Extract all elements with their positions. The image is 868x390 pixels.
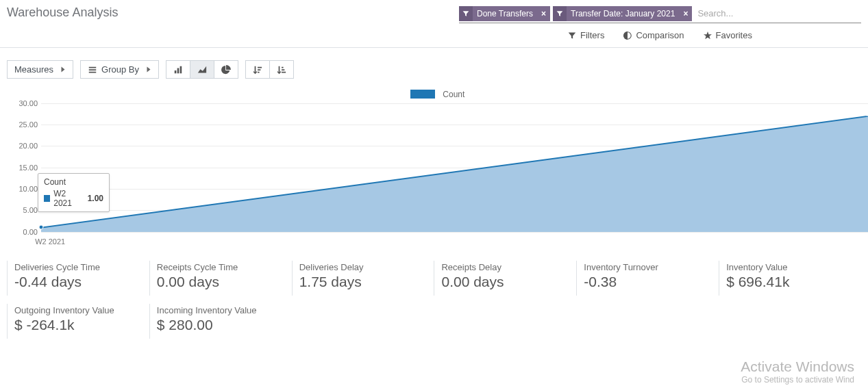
sort-asc-button[interactable] (269, 60, 294, 79)
filter-icon (568, 31, 576, 40)
search-bar[interactable]: Done Transfers × Transfer Date: January … (459, 5, 861, 23)
x-axis-tick: W2 2021 (35, 237, 65, 246)
kpi-label: Inventory Turnover (584, 262, 719, 272)
list-icon (88, 65, 97, 75)
comparison-label: Comparison (636, 30, 684, 40)
chart-type-group (166, 60, 238, 79)
tooltip-swatch (44, 195, 50, 202)
y-axis-tick: 5.00 (23, 206, 38, 214)
comparison-icon (623, 31, 632, 40)
kpi-label: Receipts Delay (441, 262, 576, 272)
facet-remove-button[interactable]: × (537, 9, 550, 18)
search-input[interactable] (695, 7, 861, 20)
sort-desc-button[interactable] (245, 60, 270, 79)
y-axis-tick: 0.00 (23, 228, 38, 236)
legend-swatch (410, 90, 435, 99)
kpi-value: $ 696.41k (726, 274, 861, 290)
sort-group (245, 60, 294, 79)
group-by-button[interactable]: Group By (80, 60, 159, 79)
kpi-tile[interactable]: Deliveries Delay1.75 days (292, 261, 434, 296)
tooltip-value: 1.00 (88, 194, 103, 203)
area-chart-icon (197, 65, 207, 75)
star-icon (704, 31, 712, 40)
kpi-value: 0.00 days (441, 274, 576, 290)
y-axis-tick: 25.00 (18, 120, 38, 129)
y-axis: 0.005.0010.0015.0020.0025.0030.00 (10, 103, 38, 232)
tooltip-category: W2 2021 (53, 189, 84, 208)
breadcrumb: Warehouse Analysis (7, 5, 459, 20)
y-axis-tick: 20.00 (18, 142, 38, 150)
measures-button[interactable]: Measures (7, 60, 73, 79)
chart-tooltip: Count W2 2021 1.00 (38, 173, 110, 212)
kpi-label: Outgoing Inventory Value (14, 305, 149, 315)
pie-chart-button[interactable] (214, 60, 238, 79)
facet-label: Transfer Date: January 2021 (567, 9, 679, 18)
tooltip-title: Count (44, 177, 103, 187)
kpi-label: Incoming Inventory Value (157, 305, 292, 315)
kpi-tile[interactable]: Outgoing Inventory Value$ -264.1k (7, 304, 149, 339)
caret-right-icon (147, 67, 151, 73)
kpi-value: -0.44 days (14, 274, 149, 290)
legend-label: Count (443, 90, 464, 99)
kpi-tile[interactable]: Receipts Cycle Time0.00 days (149, 261, 292, 296)
chart-area (41, 103, 868, 232)
filter-facet-done-transfers: Done Transfers × (459, 6, 550, 21)
y-axis-tick: 10.00 (18, 185, 38, 193)
kpi-label: Inventory Value (726, 262, 861, 272)
sort-desc-icon (253, 65, 262, 75)
line-chart-button[interactable] (190, 60, 214, 79)
kpi-tile[interactable]: Deliveries Cycle Time-0.44 days (7, 261, 149, 296)
filter-icon (553, 6, 567, 21)
kpi-tile[interactable]: Inventory Turnover-0.38 (576, 261, 719, 296)
group-by-label: Group By (101, 64, 139, 75)
kpi-label: Deliveries Delay (299, 262, 434, 272)
facet-label: Done Transfers (473, 9, 537, 18)
pie-chart-icon (221, 65, 231, 75)
filter-icon (459, 6, 473, 21)
favorites-label: Favorites (716, 30, 752, 40)
kpi-tile[interactable]: Incoming Inventory Value$ 280.00 (149, 304, 292, 339)
kpi-value: -0.38 (584, 274, 719, 290)
kpi-value: 0.00 days (157, 274, 292, 290)
page-title: Warehouse Analysis (7, 5, 118, 20)
sort-asc-icon (277, 65, 286, 75)
y-axis-tick: 15.00 (18, 164, 38, 172)
kpi-value: 1.75 days (299, 274, 434, 290)
y-axis-tick: 30.00 (18, 99, 38, 107)
filters-label: Filters (580, 30, 604, 40)
filter-facet-transfer-date: Transfer Date: January 2021 × (553, 6, 692, 21)
chart-data-point[interactable] (39, 225, 44, 230)
kpi-value: $ 280.00 (157, 317, 292, 333)
chart-legend: Count (7, 88, 868, 99)
bar-chart-button[interactable] (166, 60, 190, 79)
filters-dropdown[interactable]: Filters (568, 30, 604, 40)
kpi-value: $ -264.1k (14, 317, 149, 333)
kpi-tile[interactable]: Inventory Value$ 696.41k (719, 261, 861, 296)
facet-remove-button[interactable]: × (679, 9, 692, 18)
kpi-label: Receipts Cycle Time (157, 262, 292, 272)
favorites-dropdown[interactable]: Favorites (704, 30, 752, 40)
kpi-label: Deliveries Cycle Time (14, 262, 149, 272)
caret-right-icon (62, 67, 65, 73)
bar-chart-icon (173, 65, 183, 75)
comparison-dropdown[interactable]: Comparison (623, 30, 684, 40)
measures-label: Measures (14, 64, 53, 75)
kpi-tile[interactable]: Receipts Delay0.00 days (434, 261, 576, 296)
